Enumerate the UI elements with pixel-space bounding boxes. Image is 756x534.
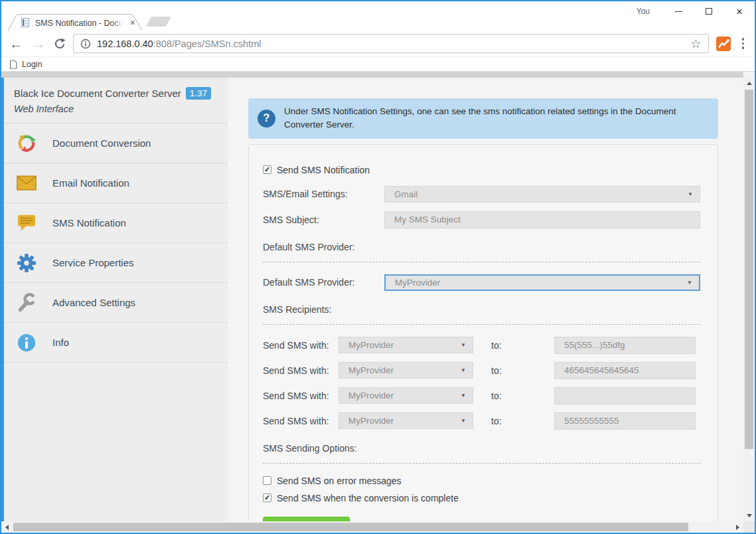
tab-favicon-document-icon (20, 17, 31, 28)
apply-changes-button[interactable]: Apply Changes (263, 517, 350, 522)
scroll-left-icon[interactable] (5, 525, 9, 530)
settings-panel: ✓ Send SMS Notification SMS/Email Settin… (248, 144, 718, 522)
send-sms-complete-checkbox[interactable]: ✓ (263, 493, 271, 502)
profile-button[interactable]: You (637, 7, 650, 16)
recipient-input-2[interactable]: 465645645645645 (554, 362, 696, 379)
browser-tab[interactable]: SMS Notification - Docu × (7, 14, 143, 31)
send-sms-with-select-2[interactable]: MyProvider ▼ (339, 362, 473, 379)
titlebar: SMS Notification - Docu × You × (1, 1, 755, 31)
chevron-down-icon: ▼ (688, 191, 693, 197)
gear-icon (17, 253, 37, 273)
default-provider-select[interactable]: MyProvider ▼ (384, 274, 700, 291)
section-divider (263, 324, 700, 325)
scrollbar-corner (743, 521, 755, 533)
question-icon: ? (258, 110, 275, 128)
bookmarks-bar: Login (1, 57, 755, 72)
recipient-row: Send SMS with: MyProvider ▼ to: 55555555… (263, 412, 700, 430)
send-sms-on-error-checkbox[interactable]: ✓ (263, 476, 271, 485)
tab-title: SMS Notification - Docu (35, 19, 123, 28)
sidebar-item-document-conversion[interactable]: Document Conversion (4, 124, 228, 163)
sms-email-settings-label: SMS/Email Settings: (263, 189, 384, 199)
new-tab-button[interactable] (146, 17, 171, 27)
address-bar[interactable]: 192.168.0.40:808/Pages/SMSn.cshtml ☆ (73, 34, 709, 53)
url-path: :808/Pages/SMSn.cshtml (153, 39, 262, 49)
send-sms-with-select-3[interactable]: MyProvider ▼ (339, 387, 473, 404)
browser-window: SMS Notification - Docu × You × ← → 192.… (0, 0, 756, 534)
info-banner: ? Under SMS Notification Settings, one c… (248, 98, 718, 139)
sidebar-item-email-notification[interactable]: Email Notification (4, 163, 228, 203)
send-sms-complete-label: Send SMS when the conversion is complete (277, 493, 459, 503)
sms-subject-label: SMS Subject: (263, 215, 384, 225)
reload-icon[interactable] (53, 37, 66, 50)
scroll-right-icon[interactable] (736, 525, 739, 530)
recipient-row: Send SMS with: MyProvider ▼ to: (263, 387, 700, 404)
url-host: 192.168.0.40 (97, 39, 153, 49)
sidebar-item-label: Advanced Settings (52, 297, 135, 308)
recipients-section-label: SMS Recipients: (263, 304, 700, 315)
back-icon[interactable]: ← (8, 37, 24, 50)
send-sms-notification-label: Send SMS Notification (277, 165, 370, 175)
maximize-icon (706, 8, 712, 15)
banner-text: Under SMS Notification Settings, one can… (284, 105, 709, 132)
info-circle-icon (17, 333, 37, 353)
sidebar-header: Black Ice Document Converter Server 1.37… (4, 78, 228, 124)
main-content: ? Under SMS Notification Settings, one c… (228, 78, 743, 521)
default-provider-label: Default SMS Provider: (263, 277, 384, 288)
sidebar-item-label: SMS Notification (52, 217, 126, 228)
recipient-input-1[interactable]: 55(555...)55dfg (554, 337, 696, 354)
minimize-button[interactable] (663, 1, 694, 21)
extension-analytics-icon[interactable] (716, 36, 731, 52)
scroll-up-icon[interactable] (747, 82, 752, 85)
send-sms-with-select-4[interactable]: MyProvider ▼ (339, 412, 473, 429)
page-viewport: Black Ice Document Converter Server 1.37… (1, 72, 755, 533)
close-icon: × (736, 6, 743, 17)
recipient-row: Send SMS with: MyProvider ▼ to: 46564564… (263, 362, 700, 379)
sms-email-settings-select[interactable]: Gmail ▼ (384, 186, 700, 203)
send-sms-notification-checkbox[interactable]: ✓ (263, 165, 271, 174)
section-divider (263, 262, 700, 262)
bookmark-star-icon[interactable]: ☆ (690, 38, 701, 50)
bookmark-page-icon (9, 60, 17, 69)
horizontal-scrollbar[interactable] (1, 521, 743, 533)
default-provider-section-label: Default SMS Provider: (263, 242, 700, 252)
sidebar-item-advanced-settings[interactable]: Advanced Settings (4, 283, 228, 323)
browser-toolbar: ← → 192.168.0.40:808/Pages/SMSn.cshtml ☆ (1, 31, 755, 57)
sidebar-item-label: Info (52, 337, 69, 348)
page-top-band (1, 72, 743, 78)
section-divider (263, 463, 700, 464)
horizontal-scrollbar-thumb[interactable] (13, 523, 688, 531)
recipient-input-4[interactable]: 55555555555 (554, 412, 696, 430)
chevron-down-icon: ▼ (461, 393, 466, 399)
send-sms-with-select-1[interactable]: MyProvider ▼ (339, 337, 473, 353)
minimize-icon (675, 11, 682, 12)
sidebar-item-service-properties[interactable]: Service Properties (4, 243, 228, 283)
version-badge: 1.37 (186, 87, 211, 100)
sidebar-item-info[interactable]: Info (4, 323, 228, 363)
chevron-down-icon: ▼ (461, 418, 466, 424)
forward-icon: → (31, 37, 46, 50)
sidebar: Black Ice Document Converter Server 1.37… (1, 78, 228, 521)
url-text: 192.168.0.40:808/Pages/SMSn.cshtml (97, 39, 261, 49)
maximize-button[interactable] (694, 1, 724, 21)
sidebar-item-label: Email Notification (52, 177, 129, 189)
sms-bubble-icon (17, 213, 37, 233)
browser-menu-icon[interactable] (738, 38, 749, 49)
vertical-scrollbar-thumb[interactable] (745, 90, 753, 449)
chevron-down-icon: ▼ (461, 367, 466, 373)
tab-close-icon[interactable]: × (130, 18, 135, 27)
wrench-icon (17, 293, 37, 313)
chevron-down-icon: ▼ (687, 280, 692, 286)
scroll-down-icon[interactable] (747, 514, 752, 517)
close-button[interactable]: × (724, 1, 755, 21)
sidebar-item-label: Service Properties (52, 257, 134, 268)
send-sms-on-error-label: Send SMS on error messages (277, 476, 402, 486)
sms-subject-input[interactable]: My SMS Subject (384, 211, 700, 228)
recipient-row: Send SMS with: MyProvider ▼ to: 55(555..… (263, 337, 700, 354)
sidebar-item-label: Document Conversion (52, 137, 151, 149)
vertical-scrollbar[interactable] (743, 78, 755, 521)
recipient-input-3[interactable] (554, 387, 696, 404)
bookmark-login[interactable]: Login (22, 60, 42, 69)
page-info-icon[interactable] (80, 39, 91, 49)
conversion-arrows-icon (17, 134, 37, 153)
sidebar-item-sms-notification[interactable]: SMS Notification (4, 203, 228, 243)
